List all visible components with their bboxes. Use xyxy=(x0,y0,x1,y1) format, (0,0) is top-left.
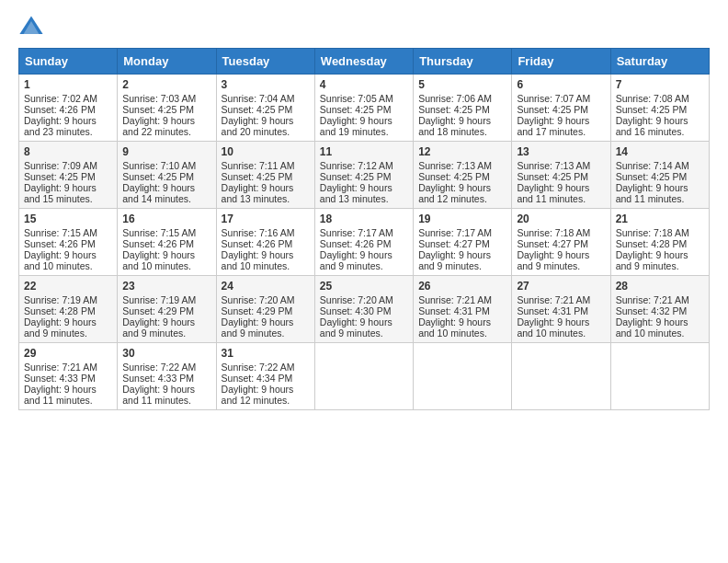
calendar-day-cell: 13 Sunrise: 7:13 AM Sunset: 4:25 PM Dayl… xyxy=(512,142,610,209)
daylight-label: Daylight: 9 hours and 15 minutes. xyxy=(24,182,97,204)
calendar-day-cell: 22 Sunrise: 7:19 AM Sunset: 4:28 PM Dayl… xyxy=(19,276,118,343)
sunset-label: Sunset: 4:26 PM xyxy=(320,238,392,249)
sunrise-label: Sunrise: 7:16 AM xyxy=(222,227,295,238)
sunset-label: Sunset: 4:32 PM xyxy=(616,305,688,316)
sunrise-label: Sunrise: 7:21 AM xyxy=(616,294,689,305)
day-number: 9 xyxy=(122,145,210,158)
calendar-day-cell: 8 Sunrise: 7:09 AM Sunset: 4:25 PM Dayli… xyxy=(19,142,118,209)
day-number: 19 xyxy=(418,213,506,225)
sunrise-label: Sunrise: 7:05 AM xyxy=(320,93,393,104)
daylight-label: Daylight: 9 hours and 22 minutes. xyxy=(122,115,195,137)
sunset-label: Sunset: 4:25 PM xyxy=(517,104,588,115)
day-number: 30 xyxy=(122,347,210,360)
sunset-label: Sunset: 4:25 PM xyxy=(517,171,588,182)
daylight-label: Daylight: 9 hours and 9 minutes. xyxy=(616,249,688,271)
day-number: 23 xyxy=(122,280,210,293)
sunrise-label: Sunrise: 7:21 AM xyxy=(418,294,492,305)
sunrise-label: Sunrise: 7:02 AM xyxy=(24,93,97,104)
day-number: 2 xyxy=(122,78,210,91)
sunset-label: Sunset: 4:25 PM xyxy=(616,171,688,182)
calendar-day-cell: 16 Sunrise: 7:15 AM Sunset: 4:26 PM Dayl… xyxy=(118,209,216,276)
calendar-week-row: 15 Sunrise: 7:15 AM Sunset: 4:26 PM Dayl… xyxy=(19,209,710,276)
page-header xyxy=(18,15,710,40)
day-number: 3 xyxy=(222,78,310,91)
calendar-day-cell: 17 Sunrise: 7:16 AM Sunset: 4:26 PM Dayl… xyxy=(216,209,314,276)
daylight-label: Daylight: 9 hours and 11 minutes. xyxy=(122,384,195,406)
sunset-label: Sunset: 4:25 PM xyxy=(320,104,392,115)
sunrise-label: Sunrise: 7:15 AM xyxy=(24,227,97,238)
calendar-day-cell: 30 Sunrise: 7:22 AM Sunset: 4:33 PM Dayl… xyxy=(118,343,216,410)
sunrise-label: Sunrise: 7:21 AM xyxy=(517,294,590,305)
day-header-wednesday: Wednesday xyxy=(314,49,413,75)
sunrise-label: Sunrise: 7:17 AM xyxy=(418,227,492,238)
sunset-label: Sunset: 4:34 PM xyxy=(222,373,293,384)
sunset-label: Sunset: 4:28 PM xyxy=(616,238,688,249)
calendar-day-cell xyxy=(414,343,512,410)
sunrise-label: Sunrise: 7:07 AM xyxy=(517,93,590,104)
sunset-label: Sunset: 4:29 PM xyxy=(222,305,293,316)
daylight-label: Daylight: 9 hours and 11 minutes. xyxy=(24,384,97,406)
daylight-label: Daylight: 9 hours and 9 minutes. xyxy=(222,316,294,339)
calendar-day-cell: 15 Sunrise: 7:15 AM Sunset: 4:26 PM Dayl… xyxy=(19,209,118,276)
calendar-week-row: 8 Sunrise: 7:09 AM Sunset: 4:25 PM Dayli… xyxy=(19,142,710,209)
calendar-day-cell: 7 Sunrise: 7:08 AM Sunset: 4:25 PM Dayli… xyxy=(610,75,709,142)
day-number: 16 xyxy=(122,213,210,225)
sunrise-label: Sunrise: 7:19 AM xyxy=(122,294,196,305)
sunrise-label: Sunrise: 7:15 AM xyxy=(122,227,196,238)
day-number: 5 xyxy=(418,78,506,91)
sunrise-label: Sunrise: 7:12 AM xyxy=(320,160,393,171)
calendar-day-cell: 31 Sunrise: 7:22 AM Sunset: 4:34 PM Dayl… xyxy=(216,343,314,410)
day-header-sunday: Sunday xyxy=(19,49,118,75)
sunset-label: Sunset: 4:25 PM xyxy=(122,104,194,115)
calendar-header-row: SundayMondayTuesdayWednesdayThursdayFrid… xyxy=(19,49,710,75)
calendar-day-cell: 4 Sunrise: 7:05 AM Sunset: 4:25 PM Dayli… xyxy=(314,75,413,142)
day-header-monday: Monday xyxy=(118,49,216,75)
calendar-day-cell: 27 Sunrise: 7:21 AM Sunset: 4:31 PM Dayl… xyxy=(512,276,610,343)
sunset-label: Sunset: 4:25 PM xyxy=(320,171,392,182)
daylight-label: Daylight: 9 hours and 18 minutes. xyxy=(418,115,491,137)
daylight-label: Daylight: 9 hours and 11 minutes. xyxy=(517,182,589,204)
day-number: 18 xyxy=(320,213,408,225)
sunset-label: Sunset: 4:25 PM xyxy=(616,104,688,115)
calendar-day-cell: 10 Sunrise: 7:11 AM Sunset: 4:25 PM Dayl… xyxy=(216,142,314,209)
daylight-label: Daylight: 9 hours and 14 minutes. xyxy=(122,182,195,204)
sunrise-label: Sunrise: 7:19 AM xyxy=(24,294,97,305)
calendar-day-cell: 6 Sunrise: 7:07 AM Sunset: 4:25 PM Dayli… xyxy=(512,75,610,142)
sunset-label: Sunset: 4:25 PM xyxy=(418,171,490,182)
calendar-day-cell: 3 Sunrise: 7:04 AM Sunset: 4:25 PM Dayli… xyxy=(216,75,314,142)
sunset-label: Sunset: 4:25 PM xyxy=(222,171,293,182)
day-number: 29 xyxy=(24,347,112,360)
day-number: 21 xyxy=(616,213,704,225)
day-number: 24 xyxy=(222,280,310,293)
daylight-label: Daylight: 9 hours and 9 minutes. xyxy=(320,249,392,271)
sunset-label: Sunset: 4:25 PM xyxy=(24,171,96,182)
day-number: 11 xyxy=(320,145,408,158)
sunrise-label: Sunrise: 7:08 AM xyxy=(616,93,689,104)
calendar-day-cell: 18 Sunrise: 7:17 AM Sunset: 4:26 PM Dayl… xyxy=(314,209,413,276)
sunset-label: Sunset: 4:31 PM xyxy=(418,305,490,316)
day-number: 17 xyxy=(222,213,310,225)
calendar-day-cell xyxy=(610,343,709,410)
daylight-label: Daylight: 9 hours and 16 minutes. xyxy=(616,115,688,137)
sunset-label: Sunset: 4:26 PM xyxy=(24,238,96,249)
sunrise-label: Sunrise: 7:10 AM xyxy=(122,160,196,171)
sunrise-label: Sunrise: 7:13 AM xyxy=(517,160,590,171)
day-header-friday: Friday xyxy=(512,49,610,75)
daylight-label: Daylight: 9 hours and 12 minutes. xyxy=(418,182,491,204)
sunset-label: Sunset: 4:33 PM xyxy=(122,373,194,384)
calendar-day-cell: 11 Sunrise: 7:12 AM Sunset: 4:25 PM Dayl… xyxy=(314,142,413,209)
calendar-day-cell: 26 Sunrise: 7:21 AM Sunset: 4:31 PM Dayl… xyxy=(414,276,512,343)
calendar-week-row: 1 Sunrise: 7:02 AM Sunset: 4:26 PM Dayli… xyxy=(19,75,710,142)
sunset-label: Sunset: 4:26 PM xyxy=(24,104,96,115)
sunrise-label: Sunrise: 7:22 AM xyxy=(222,362,295,373)
day-number: 13 xyxy=(517,145,605,158)
calendar-day-cell: 12 Sunrise: 7:13 AM Sunset: 4:25 PM Dayl… xyxy=(414,142,512,209)
daylight-label: Daylight: 9 hours and 9 minutes. xyxy=(24,316,97,339)
logo xyxy=(18,15,48,40)
daylight-label: Daylight: 9 hours and 11 minutes. xyxy=(616,182,688,204)
daylight-label: Daylight: 9 hours and 20 minutes. xyxy=(222,115,294,137)
daylight-label: Daylight: 9 hours and 10 minutes. xyxy=(24,249,97,271)
daylight-label: Daylight: 9 hours and 10 minutes. xyxy=(616,316,688,339)
calendar-day-cell: 20 Sunrise: 7:18 AM Sunset: 4:27 PM Dayl… xyxy=(512,209,610,276)
calendar-day-cell xyxy=(314,343,413,410)
